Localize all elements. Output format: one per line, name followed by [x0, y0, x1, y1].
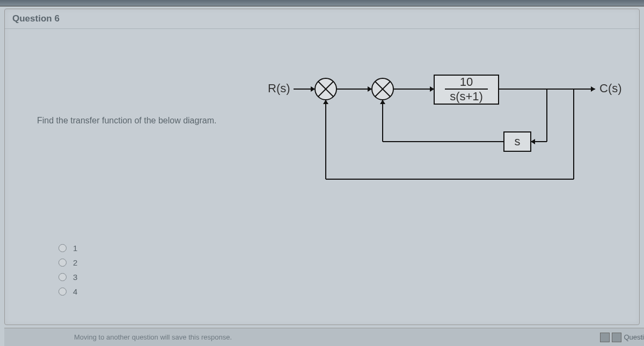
question-card: Question 6 Find the transfer function of…: [4, 9, 640, 325]
option-row[interactable]: 2: [58, 258, 639, 267]
answer-options: 1 2 3 4: [58, 244, 639, 296]
option-label: 4: [73, 287, 77, 296]
forward-block-den: s(s+1): [450, 90, 483, 103]
output-label: C(s): [599, 82, 622, 95]
arrow-to-sblock: [531, 139, 535, 144]
arrow-to-block: [430, 86, 434, 92]
radio-icon[interactable]: [58, 273, 67, 281]
option-row[interactable]: 4: [58, 287, 639, 296]
arrow-output: [591, 86, 595, 92]
nav-prev-icon[interactable]: [600, 333, 610, 342]
radio-icon[interactable]: [58, 244, 67, 252]
arrow-inner-fb: [380, 100, 385, 104]
question-header: Question 6: [5, 9, 639, 29]
option-label: 1: [73, 244, 77, 253]
radio-icon[interactable]: [58, 259, 67, 267]
option-label: 2: [73, 258, 77, 267]
footer-bar: Moving to another question will save thi…: [4, 328, 644, 346]
option-row[interactable]: 3: [58, 273, 639, 282]
arrow-mid1: [368, 86, 372, 92]
forward-block-num: 10: [460, 75, 473, 89]
save-response-message: Moving to another question will save thi…: [74, 333, 232, 341]
input-label: R(s): [268, 82, 290, 95]
block-diagram: R(s) 10 s(s+1) C(s): [257, 56, 633, 201]
question-prompt: Find the transfer function of the below …: [37, 116, 216, 126]
question-content: Find the transfer function of the below …: [5, 29, 639, 227]
nav-next-icon[interactable]: [612, 333, 621, 342]
radio-icon[interactable]: [58, 288, 67, 296]
feedback-block-label: s: [515, 135, 521, 148]
question-number: Question 6: [12, 13, 60, 24]
option-row[interactable]: 1: [58, 244, 639, 253]
arrow-outer-fb: [323, 100, 328, 104]
window-top-bar: [0, 0, 644, 6]
option-label: 3: [73, 273, 77, 282]
question-nav: Questi: [600, 333, 644, 342]
nav-label: Questi: [624, 333, 644, 341]
arrow-input: [311, 86, 315, 92]
